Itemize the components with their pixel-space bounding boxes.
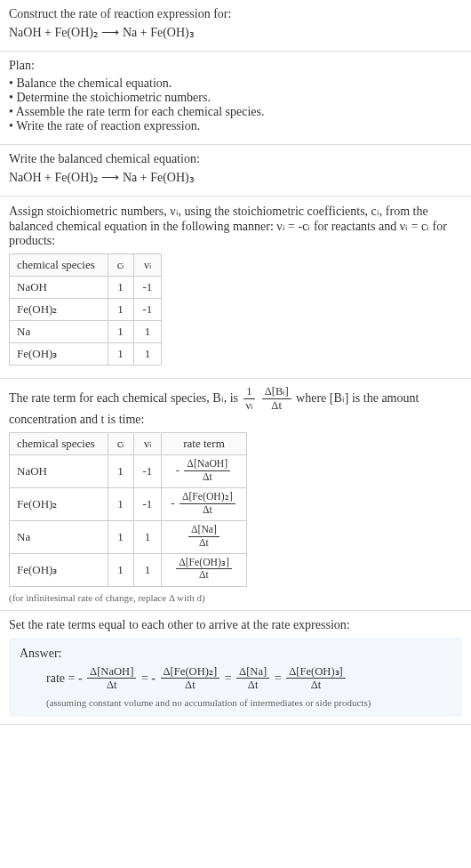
answer-assumption: (assuming constant volume and no accumul… (20, 697, 451, 708)
plan-step: Write the rate of reaction expression. (9, 119, 462, 133)
table-row: Na 1 1 Δ[Na] Δt (10, 520, 247, 553)
cell-c: 1 (108, 277, 133, 299)
cell-nu: 1 (133, 553, 162, 586)
cell-c: 1 (108, 553, 133, 586)
stoich-intro: Assign stoichiometric numbers, νᵢ, using… (9, 204, 462, 248)
term-sign: - (171, 496, 174, 510)
col-nu: νᵢ (133, 254, 162, 277)
cell-term: - Δ[Fe(OH)₂] Δt (162, 487, 246, 520)
balanced-equation: NaOH + Fe(OH)₂ ⟶ Na + Fe(OH)₃ (9, 170, 462, 185)
final-heading: Set the rate terms equal to each other t… (9, 618, 462, 632)
cell-species: Na (10, 321, 108, 343)
final-section: Set the rate terms equal to each other t… (0, 611, 471, 726)
col-species: chemical species (10, 254, 108, 277)
col-c: cᵢ (108, 254, 133, 277)
term-frac: Δ[Na] Δt (236, 666, 269, 693)
cell-term: - Δ[NaOH] Δt (162, 454, 246, 487)
cell-term: Δ[Fe(OH)₃] Δt (162, 553, 246, 586)
table-row: Fe(OH)₃ 1 1 (10, 343, 162, 366)
cell-c: 1 (108, 520, 133, 553)
term-frac: Δ[NaOH] Δt (87, 666, 136, 693)
term-frac: Δ[Fe(OH)₂] Δt (161, 666, 220, 693)
cell-nu: -1 (133, 277, 162, 299)
stoich-table: chemical species cᵢ νᵢ NaOH 1 -1 Fe(OH)₂… (9, 253, 162, 366)
rateterm-footnote: (for infinitesimal rate of change, repla… (9, 592, 462, 603)
balanced-heading: Write the balanced chemical equation: (9, 152, 462, 166)
plan-heading: Plan: (9, 59, 462, 73)
cell-species: Fe(OH)₂ (10, 299, 108, 321)
cell-nu: 1 (133, 321, 162, 343)
plan-step: Assemble the rate term for each chemical… (9, 105, 462, 119)
term-frac: Δ[Fe(OH)₃] Δt (176, 558, 232, 583)
stoich-section: Assign stoichiometric numbers, νᵢ, using… (0, 197, 471, 379)
table-row: Fe(OH)₃ 1 1 Δ[Fe(OH)₃] Δt (10, 553, 247, 586)
cell-c: 1 (108, 299, 133, 321)
cell-species: Fe(OH)₂ (10, 487, 108, 520)
term-frac: Δ[Fe(OH)₂] Δt (180, 492, 236, 517)
cell-term: Δ[Na] Δt (162, 520, 246, 553)
term-sign: - (78, 671, 83, 685)
prompt-equation: NaOH + Fe(OH)₂ ⟶ Na + Fe(OH)₃ (9, 25, 462, 40)
answer-label: Answer: (20, 647, 451, 661)
cell-species: Fe(OH)₃ (10, 343, 108, 366)
cell-species: Fe(OH)₃ (10, 553, 108, 586)
rateterm-intro-pre: The rate term for each chemical species,… (9, 391, 242, 405)
plan-list: Balance the chemical equation. Determine… (9, 76, 462, 133)
cell-c: 1 (108, 343, 133, 366)
rate-label: rate = (46, 671, 78, 685)
col-term: rate term (162, 432, 246, 454)
term-sign: - (176, 463, 180, 477)
cell-species: NaOH (10, 277, 108, 299)
table-header-row: chemical species cᵢ νᵢ (10, 254, 162, 277)
cell-nu: -1 (133, 454, 162, 487)
rate-expression: rate = - Δ[NaOH] Δt = - Δ[Fe(OH)₂] Δt = … (20, 666, 451, 693)
rateterm-intro: The rate term for each chemical species,… (9, 386, 462, 427)
cell-c: 1 (108, 321, 133, 343)
term-frac: Δ[NaOH] Δt (184, 459, 230, 484)
balanced-section: Write the balanced chemical equation: Na… (0, 145, 471, 197)
plan-step: Balance the chemical equation. (9, 76, 462, 91)
plan-step: Determine the stoichiometric numbers. (9, 91, 462, 105)
answer-box: Answer: rate = - Δ[NaOH] Δt = - Δ[Fe(OH)… (9, 638, 462, 718)
term-frac: Δ[Fe(OH)₃] Δt (286, 666, 346, 693)
cell-nu: -1 (133, 299, 162, 321)
cell-c: 1 (108, 454, 133, 487)
rateterm-frac2: Δ[Bᵢ] Δt (262, 386, 291, 413)
prompt-title: Construct the rate of reaction expressio… (9, 7, 462, 21)
rateterm-frac1: 1 νᵢ (243, 386, 256, 413)
col-nu: νᵢ (133, 432, 162, 454)
cell-species: NaOH (10, 454, 108, 487)
table-row: Fe(OH)₂ 1 -1 (10, 299, 162, 321)
table-row: Na 1 1 (10, 321, 162, 343)
table-header-row: chemical species cᵢ νᵢ rate term (10, 432, 247, 454)
rateterm-table: chemical species cᵢ νᵢ rate term NaOH 1 … (9, 432, 247, 587)
table-row: NaOH 1 -1 - Δ[NaOH] Δt (10, 454, 247, 487)
cell-nu: -1 (133, 487, 162, 520)
plan-section: Plan: Balance the chemical equation. Det… (0, 52, 471, 145)
col-c: cᵢ (108, 432, 133, 454)
table-row: Fe(OH)₂ 1 -1 - Δ[Fe(OH)₂] Δt (10, 487, 247, 520)
cell-nu: 1 (133, 520, 162, 553)
col-species: chemical species (10, 432, 108, 454)
rateterm-section: The rate term for each chemical species,… (0, 379, 471, 611)
term-sign: - (151, 671, 156, 685)
prompt-section: Construct the rate of reaction expressio… (0, 0, 471, 52)
term-frac: Δ[Na] Δt (188, 525, 220, 550)
table-row: NaOH 1 -1 (10, 277, 162, 299)
cell-c: 1 (108, 487, 133, 520)
cell-species: Na (10, 520, 108, 553)
cell-nu: 1 (133, 343, 162, 366)
